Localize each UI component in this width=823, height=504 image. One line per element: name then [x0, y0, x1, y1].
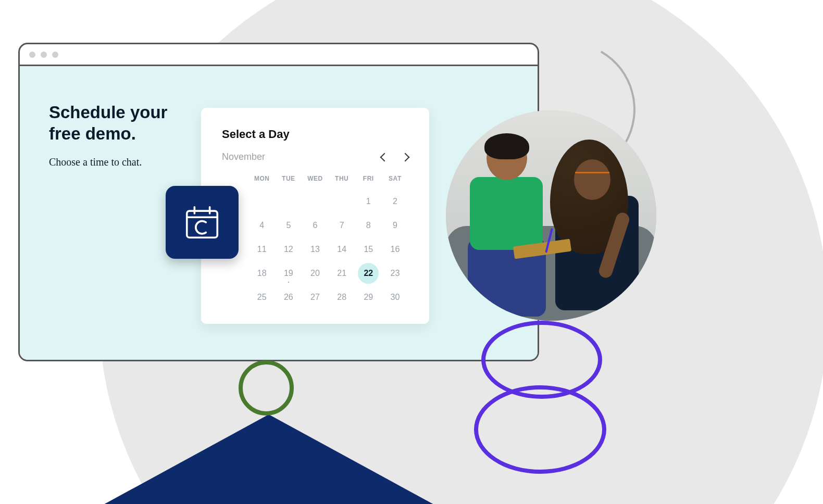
calendar-day[interactable]: 11: [248, 237, 275, 261]
calendar-day[interactable]: 28: [329, 285, 355, 309]
calendar-day[interactable]: 5: [275, 213, 302, 237]
page-headline: Schedule your free demo.: [49, 102, 195, 145]
calendar-grid: SUNMONTUEWEDTHUFRISAT1234567891011121314…: [222, 172, 408, 309]
calendar-day[interactable]: 30: [382, 285, 408, 309]
calendar-dow-label: MON: [248, 172, 275, 190]
calendar-day[interactable]: 27: [302, 285, 328, 309]
calendar-day[interactable]: 13: [302, 237, 328, 261]
chevron-left-icon[interactable]: [380, 153, 389, 161]
calendar-header: November: [222, 152, 408, 162]
demo-photo: [446, 110, 656, 321]
calendar-day[interactable]: 4: [248, 213, 275, 237]
headline-line: Schedule your: [49, 103, 167, 122]
calendar-day[interactable]: 29: [355, 285, 382, 309]
calendar-day[interactable]: 18: [248, 261, 275, 285]
calendar-dow-label: TUE: [275, 172, 302, 190]
calendar-day[interactable]: 2: [382, 190, 408, 213]
traffic-light-dot: [52, 52, 58, 58]
calendar-day[interactable]: 15: [355, 237, 382, 261]
calendar-badge: [166, 186, 239, 259]
calendar-dow-label: FRI: [355, 172, 382, 190]
traffic-light-dot: [41, 52, 47, 58]
calendar-dow-label: WED: [302, 172, 328, 190]
calendar-day[interactable]: 14: [329, 237, 355, 261]
calendar-day[interactable]: 12: [275, 237, 302, 261]
calendar-day[interactable]: 20: [302, 261, 328, 285]
calendar-day[interactable]: 25: [248, 285, 275, 309]
browser-titlebar: [20, 44, 538, 66]
calendar-nav: [381, 154, 408, 160]
calendar-day[interactable]: 19: [275, 261, 302, 285]
calendar-month-label: November: [222, 152, 265, 162]
calendar-day[interactable]: 1: [355, 190, 382, 213]
calendar-day[interactable]: 8: [355, 213, 382, 237]
calendar-day[interactable]: 7: [329, 213, 355, 237]
headline-line: free demo.: [49, 124, 136, 143]
calendar-dow-label: THU: [329, 172, 355, 190]
calendar-day[interactable]: 9: [382, 213, 408, 237]
calendar-icon: [182, 202, 222, 243]
calendar-day[interactable]: 21: [329, 261, 355, 285]
traffic-light-dot: [29, 52, 35, 58]
calendar-title: Select a Day: [222, 128, 408, 141]
calendar-day[interactable]: 22: [355, 261, 382, 285]
decorative-purple-eight: [474, 321, 609, 472]
calendar-day[interactable]: 26: [275, 285, 302, 309]
calendar-day[interactable]: 16: [382, 237, 408, 261]
calendar-day[interactable]: 23: [382, 261, 408, 285]
calendar-dow-label: SAT: [382, 172, 408, 190]
chevron-right-icon[interactable]: [401, 153, 410, 161]
calendar-day[interactable]: 6: [302, 213, 328, 237]
decorative-green-ring: [239, 360, 294, 415]
